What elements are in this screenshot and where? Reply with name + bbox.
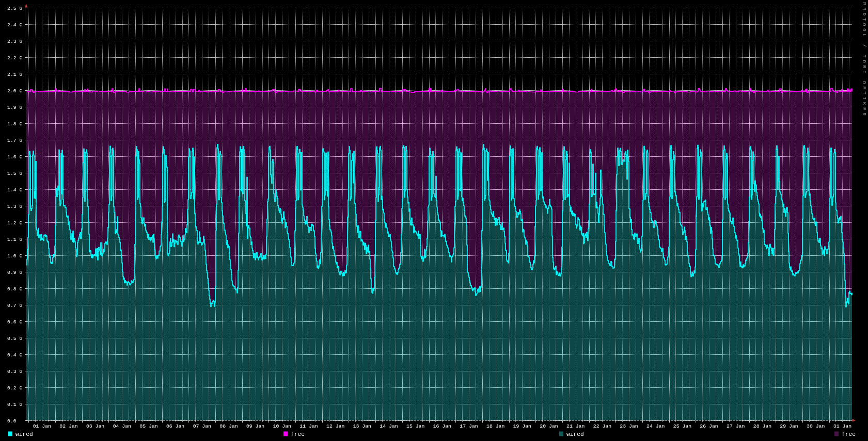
svg-text:1.4 G: 1.4 G: [7, 187, 23, 193]
svg-text:30 Jan: 30 Jan: [807, 423, 825, 429]
svg-text:06 Jan: 06 Jan: [166, 423, 184, 429]
svg-text:13 Jan: 13 Jan: [353, 423, 371, 429]
svg-text:09 Jan: 09 Jan: [246, 423, 264, 429]
svg-text:1.9 G: 1.9 G: [7, 105, 23, 110]
svg-text:0.0: 0.0: [7, 418, 17, 424]
svg-text:1.3 G: 1.3 G: [7, 204, 23, 209]
svg-text:2.3 G: 2.3 G: [7, 39, 23, 44]
svg-text:31 Jan: 31 Jan: [833, 423, 851, 429]
svg-text:18 Jan: 18 Jan: [486, 423, 504, 429]
svg-text:0.4 G: 0.4 G: [7, 352, 23, 358]
svg-text:26 Jan: 26 Jan: [700, 423, 718, 429]
svg-text:1.5 G: 1.5 G: [7, 171, 23, 176]
svg-text:0.9 G: 0.9 G: [7, 270, 23, 275]
svg-text:27 Jan: 27 Jan: [727, 423, 745, 429]
svg-text:20 Jan: 20 Jan: [540, 423, 558, 429]
svg-text:free: free: [842, 431, 856, 437]
svg-text:1.1 G: 1.1 G: [7, 237, 23, 242]
svg-text:05 Jan: 05 Jan: [139, 423, 157, 429]
svg-text:11 Jan: 11 Jan: [299, 423, 318, 429]
svg-text:2.2 G: 2.2 G: [7, 55, 23, 61]
svg-text:1.0 G: 1.0 G: [7, 253, 23, 259]
svg-text:1.7 G: 1.7 G: [7, 138, 23, 143]
svg-text:free: free: [291, 431, 305, 437]
svg-text:wired: wired: [566, 431, 584, 437]
svg-text:12 Jan: 12 Jan: [326, 423, 344, 429]
svg-text:1.8 G: 1.8 G: [7, 121, 23, 127]
svg-text:0.5 G: 0.5 G: [7, 336, 23, 341]
svg-text:0.6 G: 0.6 G: [7, 319, 23, 325]
svg-text:15 Jan: 15 Jan: [406, 423, 424, 429]
svg-text:07 Jan: 07 Jan: [193, 423, 211, 429]
svg-text:19 Jan: 19 Jan: [513, 423, 531, 429]
svg-text:0.1 G: 0.1 G: [7, 402, 23, 407]
svg-text:08 Jan: 08 Jan: [219, 423, 238, 429]
svg-text:24 Jan: 24 Jan: [646, 423, 665, 429]
svg-text:21 Jan: 21 Jan: [566, 423, 585, 429]
svg-text:22 Jan: 22 Jan: [593, 423, 611, 429]
svg-text:0.3 G: 0.3 G: [7, 369, 23, 374]
svg-text:wired: wired: [15, 431, 33, 437]
svg-text:0.7 G: 0.7 G: [7, 303, 23, 308]
svg-text:14 Jan: 14 Jan: [380, 423, 398, 429]
svg-text:01 Jan: 01 Jan: [33, 423, 51, 429]
svg-text:23 Jan: 23 Jan: [620, 423, 638, 429]
svg-text:03 Jan: 03 Jan: [86, 423, 104, 429]
svg-text:2.0 G: 2.0 G: [7, 88, 23, 94]
svg-text:17 Jan: 17 Jan: [460, 423, 478, 429]
svg-text:02 Jan: 02 Jan: [59, 423, 77, 429]
svg-text:2.1 G: 2.1 G: [7, 72, 23, 77]
svg-text:10 Jan: 10 Jan: [273, 423, 291, 429]
svg-text:1.6 G: 1.6 G: [7, 154, 23, 160]
svg-text:28 Jan: 28 Jan: [753, 423, 771, 429]
svg-text:04 Jan: 04 Jan: [113, 423, 131, 429]
svg-text:2.4 G: 2.4 G: [7, 22, 23, 28]
svg-text:2.5 G: 2.5 G: [7, 6, 23, 11]
svg-text:0.2 G: 0.2 G: [7, 385, 23, 391]
svg-text:1.2 G: 1.2 G: [7, 220, 23, 226]
svg-text:RRDTOOL / TOBI OETIKER: RRDTOOL / TOBI OETIKER: [861, 2, 867, 118]
svg-text:16 Jan: 16 Jan: [433, 423, 451, 429]
svg-text:25 Jan: 25 Jan: [673, 423, 691, 429]
svg-text:29 Jan: 29 Jan: [780, 423, 798, 429]
svg-text:0.8 G: 0.8 G: [7, 286, 23, 292]
